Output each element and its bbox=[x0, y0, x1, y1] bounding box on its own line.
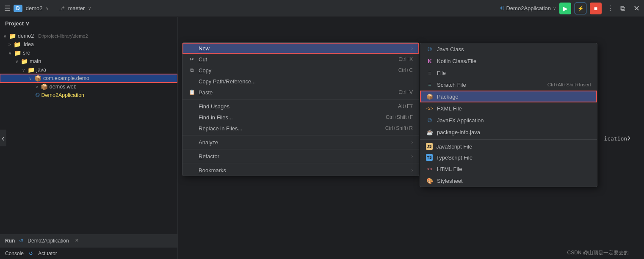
context-menu-overlay: ‹ New › ✂ Cut Ctrl+X ⧉ Copy Ctrl+C bbox=[0, 17, 644, 259]
new-item-icon bbox=[188, 45, 195, 52]
copy-shortcut: Ctrl+C bbox=[398, 67, 413, 73]
pkg-info-label: package-info.java bbox=[437, 129, 480, 135]
file-icon: ≡ bbox=[426, 69, 434, 77]
java-class-label: Java Class bbox=[437, 46, 464, 52]
java-class-icon: © bbox=[426, 45, 434, 53]
new-item-label: New bbox=[199, 45, 408, 52]
submenu-item-js[interactable]: JS JavaScript File bbox=[420, 141, 597, 152]
cut-label: Cut bbox=[199, 56, 395, 63]
hamburger-icon[interactable]: ☰ bbox=[4, 4, 10, 12]
package-submenu-icon: 📦 bbox=[426, 93, 434, 100]
bookmarks-icon bbox=[188, 167, 195, 174]
scratch-icon: ≡ bbox=[426, 81, 434, 88]
file-label: File bbox=[437, 70, 446, 76]
menu-item-copy[interactable]: ⧉ Copy Ctrl+C bbox=[182, 65, 419, 76]
paste-shortcut: Ctrl+V bbox=[398, 89, 413, 95]
menu-item-bookmarks[interactable]: Bookmarks › bbox=[182, 165, 419, 176]
package-label: Package bbox=[437, 94, 459, 100]
close-button[interactable]: ✕ bbox=[633, 4, 640, 13]
menu-item-new[interactable]: New › bbox=[182, 43, 419, 54]
replace-files-label: Replace in Files... bbox=[199, 125, 382, 132]
scratch-shortcut: Ctrl+Alt+Shift+Insert bbox=[547, 82, 591, 87]
cut-shortcut: Ctrl+X bbox=[398, 56, 413, 62]
scratch-label: Scratch File bbox=[437, 82, 466, 88]
find-usages-shortcut: Alt+F7 bbox=[398, 103, 413, 109]
menu-divider-2 bbox=[182, 135, 419, 135]
stop-button[interactable]: ■ bbox=[590, 3, 602, 14]
context-menu: New › ✂ Cut Ctrl+X ⧉ Copy Ctrl+C Copy Pa… bbox=[182, 42, 419, 176]
submenu-item-pkg-info[interactable]: ☕ package-info.java bbox=[420, 126, 597, 138]
project-name: demo2 bbox=[26, 5, 43, 11]
submenu-item-javafx[interactable]: © JavaFX Application bbox=[420, 114, 597, 126]
pkg-info-icon: ☕ bbox=[426, 128, 434, 136]
menu-divider-3 bbox=[182, 149, 419, 149]
javafx-label: JavaFX Application bbox=[437, 117, 484, 124]
branch-dropdown-icon[interactable]: ∨ bbox=[88, 6, 91, 11]
submenu-item-file[interactable]: ≡ File bbox=[420, 67, 597, 79]
run-config[interactable]: © Demo2Application ∨ bbox=[500, 5, 556, 11]
refactor-label: Refactor bbox=[199, 153, 408, 160]
replace-files-icon bbox=[188, 125, 195, 132]
run-config-dropdown-icon[interactable]: ∨ bbox=[553, 6, 556, 11]
fxml-label: FXML File bbox=[437, 105, 462, 112]
submenu-item-scratch[interactable]: ≡ Scratch File Ctrl+Alt+Shift+Insert bbox=[420, 79, 597, 91]
replace-files-shortcut: Ctrl+Shift+R bbox=[385, 125, 413, 131]
main-layout: Project ∨ ∨ 📁 demo2 D:\project-library\d… bbox=[0, 17, 644, 259]
submenu-item-html[interactable]: <> HTML File bbox=[420, 163, 597, 175]
html-icon: <> bbox=[426, 165, 434, 173]
submenu-item-java-class[interactable]: © Java Class bbox=[420, 43, 597, 55]
code-partial-text: ication. bbox=[604, 135, 630, 142]
find-usages-icon bbox=[188, 103, 195, 110]
analyze-icon bbox=[188, 139, 195, 146]
menu-item-find-usages[interactable]: Find Usages Alt+F7 bbox=[182, 101, 419, 112]
menu-item-analyze[interactable]: Analyze › bbox=[182, 137, 419, 148]
submenu-item-css[interactable]: 🎨 Stylesheet bbox=[420, 175, 597, 187]
refactor-icon bbox=[188, 153, 195, 160]
paste-label: Paste bbox=[199, 89, 395, 96]
branch-name: master bbox=[68, 5, 85, 11]
submenu-item-ts[interactable]: TS TypeScript File bbox=[420, 152, 597, 163]
js-label: JavaScript File bbox=[436, 143, 472, 150]
window-add-icon[interactable]: ⧉ bbox=[619, 5, 627, 12]
top-bar-left: ☰ D demo2 ∨ ⎇ master ∨ bbox=[4, 4, 91, 12]
submenu-new: © Java Class K Kotlin Class/File ≡ File … bbox=[420, 43, 597, 187]
kotlin-icon: K bbox=[426, 57, 434, 65]
analyze-label: Analyze bbox=[199, 139, 408, 146]
watermark-text: CSDN @山顶是一定要去的 bbox=[567, 249, 629, 256]
html-label: HTML File bbox=[437, 166, 462, 172]
menu-item-paste[interactable]: 📋 Paste Ctrl+V bbox=[182, 87, 419, 98]
paste-icon: 📋 bbox=[188, 89, 195, 96]
run-button[interactable]: ▶ bbox=[559, 3, 571, 14]
bookmarks-arrow: › bbox=[411, 168, 413, 173]
menu-item-copy-path[interactable]: Copy Path/Reference... bbox=[182, 76, 419, 87]
css-icon: 🎨 bbox=[426, 177, 434, 185]
menu-item-replace-files[interactable]: Replace in Files... Ctrl+Shift+R bbox=[182, 123, 419, 134]
ts-icon: TS bbox=[426, 154, 433, 161]
fxml-icon: </> bbox=[426, 105, 434, 112]
menu-item-find-files[interactable]: Find in Files... Ctrl+Shift+F bbox=[182, 112, 419, 123]
new-item-arrow: › bbox=[411, 46, 413, 51]
project-dropdown-icon[interactable]: ∨ bbox=[46, 6, 49, 11]
copy-path-icon bbox=[188, 78, 195, 85]
menu-divider-4 bbox=[182, 163, 419, 163]
find-usages-label: Find Usages bbox=[199, 103, 395, 110]
copy-label: Copy bbox=[199, 67, 395, 74]
menu-item-refactor[interactable]: Refactor › bbox=[182, 151, 419, 162]
branch-icon: ⎇ bbox=[59, 6, 65, 11]
css-label: Stylesheet bbox=[437, 178, 463, 184]
menu-item-cut[interactable]: ✂ Cut Ctrl+X bbox=[182, 54, 419, 65]
menu-divider-1 bbox=[182, 99, 419, 99]
submenu-item-kotlin[interactable]: K Kotlin Class/File bbox=[420, 55, 597, 67]
left-nav-arrow[interactable]: ‹ bbox=[0, 130, 6, 146]
run-config-icon: © bbox=[500, 6, 504, 11]
find-files-shortcut: Ctrl+Shift+F bbox=[386, 114, 413, 120]
bookmarks-label: Bookmarks bbox=[199, 167, 408, 174]
top-bar-right: © Demo2Application ∨ ▶ ⚡ ■ ⋮ ⧉ ✕ bbox=[500, 3, 640, 14]
debug-button[interactable]: ⚡ bbox=[575, 3, 586, 14]
project-badge: D bbox=[14, 5, 22, 12]
copy-icon: ⧉ bbox=[188, 67, 195, 74]
run-config-name: Demo2Application bbox=[506, 5, 551, 11]
submenu-item-fxml[interactable]: </> FXML File bbox=[420, 102, 597, 114]
more-options-icon[interactable]: ⋮ bbox=[605, 4, 615, 12]
submenu-item-package[interactable]: 📦 Package bbox=[420, 91, 597, 102]
